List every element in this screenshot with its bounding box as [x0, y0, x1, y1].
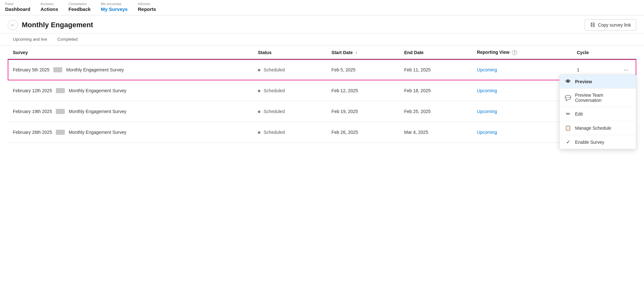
back-button[interactable]: ← — [8, 20, 18, 30]
survey-name: Monthly Engagement Survey — [69, 88, 126, 93]
nav-reports-main: Reports — [138, 6, 156, 12]
menu-icon-manage-schedule: 📋 — [565, 125, 571, 131]
reporting-view-link[interactable]: Upcoming — [477, 130, 497, 135]
cell-start-date: Feb 26, 2025 — [326, 122, 399, 143]
col-status: Status — [253, 46, 326, 59]
nav-actions-small: Acciones — [40, 3, 58, 6]
survey-date: February 26th 2025 — [13, 130, 52, 135]
page-header: ← Monthly Engagement ⛓ Copy survey link — [0, 15, 644, 34]
nav-actions[interactable]: Acciones Actions — [40, 3, 58, 12]
survey-avatar — [56, 130, 65, 135]
table-row: February 19th 2025 Monthly Engagement Su… — [8, 101, 636, 122]
survey-name: Monthly Engagement Survey — [66, 67, 124, 72]
status-label: Scheduled — [264, 88, 285, 93]
survey-date: February 5th 2025 — [13, 67, 49, 72]
cell-reporting-view: Upcoming — [472, 101, 572, 122]
page-header-left: ← Monthly Engagement — [8, 20, 585, 30]
nav-feedback-small: Comentarios — [68, 3, 90, 6]
nav-feedback[interactable]: Comentarios Feedback — [68, 3, 90, 12]
nav-actions-main: Actions — [40, 6, 58, 12]
nav-my-surveys-main: My Surveys — [101, 6, 128, 12]
table-header-row: Survey Status Start Date ↑ End Date Repo… — [8, 46, 636, 59]
cell-status: Scheduled — [253, 122, 326, 143]
nav-feedback-main: Feedback — [68, 6, 90, 12]
menu-icon-enable-survey: ✓ — [565, 139, 571, 145]
context-menu-item-enable-survey[interactable]: ✓ Enable Survey — [560, 135, 636, 149]
cell-end-date: Feb 18, 2025 — [399, 80, 472, 101]
nav-reports[interactable]: Informes Reports — [138, 3, 156, 12]
col-start-date-label: Start Date — [332, 50, 353, 55]
cell-survey: February 19th 2025 Monthly Engagement Su… — [8, 101, 253, 122]
menu-icon-edit: ✏ — [565, 111, 571, 117]
status-label: Scheduled — [264, 109, 285, 114]
menu-label-preview: Preview — [575, 79, 592, 84]
col-end-date-label: End Date — [404, 50, 424, 55]
menu-icon-preview-team: 💬 — [565, 95, 571, 101]
back-icon: ← — [10, 22, 15, 28]
cell-start-date: Feb 12, 2025 — [326, 80, 399, 101]
survey-table: Survey Status Start Date ↑ End Date Repo… — [8, 46, 636, 143]
reporting-view-link[interactable]: Upcoming — [477, 109, 497, 114]
col-reporting-view-label: Reporting View — [477, 50, 510, 55]
menu-label-edit: Edit — [575, 111, 583, 117]
nav-dashboard-main: Dashboard — [5, 6, 30, 12]
table-row: February 12th 2025 Monthly Engagement Su… — [8, 80, 636, 101]
tab-upcoming-live[interactable]: Upcoming and live — [8, 34, 52, 45]
nav-my-surveys[interactable]: Mis encuestas My Surveys — [101, 3, 128, 12]
link-icon: ⛓ — [590, 22, 595, 28]
context-menu-item-preview-team[interactable]: 💬 Preview Team Conversation — [560, 89, 636, 107]
tab-completed-label: Completed — [57, 37, 78, 42]
cell-survey: February 5th 2025 Monthly Engagement Sur… — [8, 59, 253, 80]
cell-survey: February 12th 2025 Monthly Engagement Su… — [8, 80, 253, 101]
nav-dashboard[interactable]: Panel Dashboard — [5, 3, 30, 12]
table-row: February 5th 2025 Monthly Engagement Sur… — [8, 59, 636, 80]
reporting-view-link[interactable]: Upcoming — [477, 67, 497, 72]
menu-label-preview-team: Preview Team Conversation — [575, 93, 631, 103]
status-dot — [258, 110, 260, 113]
col-cycle: Cycle — [572, 46, 616, 59]
cell-end-date: Feb 11, 2025 — [399, 59, 472, 80]
more-icon: ··· — [623, 67, 628, 73]
survey-name: Monthly Engagement Survey — [69, 130, 126, 135]
help-icon[interactable]: ? — [512, 50, 517, 55]
survey-avatar — [56, 109, 65, 114]
reporting-view-link[interactable]: Upcoming — [477, 88, 497, 93]
cell-reporting-view: Upcoming — [472, 80, 572, 101]
cell-start-date: Feb 19, 2025 — [326, 101, 399, 122]
status-label: Scheduled — [264, 67, 285, 72]
tab-completed[interactable]: Completed — [52, 34, 83, 45]
col-status-label: Status — [258, 50, 272, 55]
status-dot — [258, 131, 260, 134]
survey-date: February 12th 2025 — [13, 88, 52, 93]
more-options-button[interactable]: ··· — [621, 65, 631, 75]
cell-reporting-view: Upcoming — [472, 59, 572, 80]
sort-ascending-icon: ↑ — [355, 51, 357, 55]
survey-date: February 19th 2025 — [13, 109, 52, 114]
survey-avatar — [53, 67, 62, 72]
cell-survey: February 26th 2025 Monthly Engagement Su… — [8, 122, 253, 143]
cell-status: Scheduled — [253, 80, 326, 101]
survey-avatar — [56, 88, 65, 93]
col-end-date: End Date — [399, 46, 472, 59]
status-label: Scheduled — [264, 130, 285, 135]
context-menu-item-preview[interactable]: 👁 Preview — [560, 75, 636, 89]
menu-label-manage-schedule: Manage Schedule — [575, 126, 611, 131]
nav-reports-small: Informes — [138, 3, 156, 6]
col-reporting-view: Reporting View ? — [472, 46, 572, 59]
cycle-value: 1 — [577, 67, 580, 72]
cell-status: Scheduled — [253, 59, 326, 80]
col-start-date[interactable]: Start Date ↑ — [326, 46, 399, 59]
status-dot — [258, 69, 260, 71]
nav-dashboard-small: Panel — [5, 3, 30, 6]
table-container: Survey Status Start Date ↑ End Date Repo… — [0, 46, 644, 280]
top-navigation: Panel Dashboard Acciones Actions Comenta… — [0, 0, 644, 15]
menu-label-enable-survey: Enable Survey — [575, 140, 604, 145]
copy-survey-label: Copy survey link — [598, 22, 631, 28]
col-survey-label: Survey — [13, 50, 28, 55]
table-row: February 26th 2025 Monthly Engagement Su… — [8, 122, 636, 143]
context-menu-item-manage-schedule[interactable]: 📋 Manage Schedule — [560, 121, 636, 135]
context-menu-item-edit[interactable]: ✏ Edit — [560, 107, 636, 121]
tab-upcoming-live-label: Upcoming and live — [13, 37, 47, 42]
copy-survey-link-button[interactable]: ⛓ Copy survey link — [585, 19, 636, 31]
nav-my-surveys-small: Mis encuestas — [101, 3, 128, 6]
